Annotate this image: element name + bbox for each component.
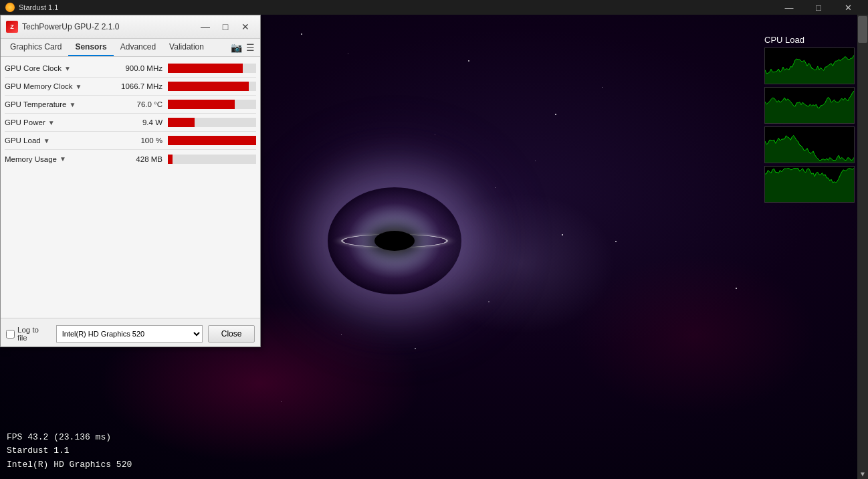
taskbar-title: Stardust 1.1 — [19, 3, 58, 11]
sensor-value: 1066.7 MHz — [115, 82, 165, 90]
table-row: GPU Power ▼ 9.4 W — [5, 114, 256, 132]
table-row: Memory Usage ▼ 428 MB — [5, 150, 256, 168]
gpuz-minimize-button[interactable]: — — [196, 19, 215, 34]
log-label-text: Log to file — [17, 326, 51, 342]
sensor-name: GPU Power — [5, 118, 45, 126]
cpu-graph-3 — [764, 126, 855, 163]
sensor-value: 100 % — [115, 136, 165, 145]
table-row: GPU Core Clock ▼ 900.0 MHz — [5, 60, 256, 78]
sensor-name: Memory Usage — [5, 155, 57, 163]
sensor-empty-space — [1, 171, 260, 318]
dropdown-icon[interactable]: ▼ — [76, 83, 82, 90]
sensor-bar-container — [168, 82, 256, 91]
sensor-label-gpu-power: GPU Power ▼ — [5, 118, 115, 126]
gpuz-win-controls: — □ ✕ — [196, 19, 255, 34]
sensor-bar-container — [168, 155, 256, 164]
maximize-button[interactable]: □ — [804, 0, 833, 15]
dropdown-icon[interactable]: ▼ — [64, 65, 71, 72]
dropdown-icon[interactable]: ▼ — [48, 119, 55, 126]
tab-advanced[interactable]: Advanced — [114, 39, 162, 56]
gpuz-window: Z TechPowerUp GPU-Z 2.1.0 — □ ✕ Graphics… — [0, 15, 261, 347]
sensor-label-memory-usage: Memory Usage ▼ — [5, 155, 115, 163]
scrollbar-thumb[interactable] — [858, 16, 867, 43]
dropdown-icon[interactable]: ▼ — [60, 155, 66, 163]
sensor-bar-container — [168, 118, 256, 127]
sensor-bar — [168, 155, 173, 164]
cpu-graph-4 — [764, 166, 855, 203]
sensor-name: GPU Load — [5, 136, 41, 145]
tab-validation[interactable]: Validation — [162, 39, 211, 56]
gpuz-title-left: Z TechPowerUp GPU-Z 2.1.0 — [6, 21, 119, 33]
blackhole — [321, 181, 468, 301]
sensor-bar — [168, 64, 243, 73]
sensor-value: 9.4 W — [115, 118, 165, 126]
gpu-select[interactable]: Intel(R) HD Graphics 520 — [56, 325, 203, 343]
tab-sensors[interactable]: Sensors — [68, 39, 113, 56]
gpuz-logo: Z — [6, 21, 18, 33]
sensor-name: GPU Core Clock — [5, 64, 62, 72]
gpuz-footer: Log to file Intel(R) HD Graphics 520 Clo… — [1, 318, 260, 347]
sensor-bar-container — [168, 136, 256, 145]
gpuz-close-button[interactable]: ✕ — [236, 19, 255, 34]
scrollbar[interactable]: ▼ — [857, 15, 868, 479]
taskbar-close-button[interactable]: ✕ — [833, 0, 863, 15]
close-button[interactable]: Close — [208, 325, 255, 343]
dropdown-icon[interactable]: ▼ — [43, 137, 50, 145]
table-row: GPU Temperature ▼ 76.0 °C — [5, 96, 256, 114]
sensor-table: GPU Core Clock ▼ 900.0 MHz GPU Memory Cl… — [1, 57, 260, 171]
sensor-bar — [168, 118, 195, 127]
gpuz-restore-button[interactable]: □ — [216, 19, 235, 34]
sensor-bar — [168, 136, 256, 145]
taskbar: Stardust 1.1 — □ ✕ — [0, 0, 868, 15]
log-to-file-label: Log to file — [6, 326, 51, 342]
camera-icon[interactable]: 📷 — [231, 42, 242, 53]
sensor-bar — [168, 82, 249, 91]
gpuz-titlebar: Z TechPowerUp GPU-Z 2.1.0 — □ ✕ — [1, 15, 260, 39]
sensor-name: GPU Temperature — [5, 100, 66, 108]
app-icon — [5, 3, 15, 12]
fps-line-1: FPS 43.2 (23.136 ms) — [7, 431, 132, 445]
cpu-graph-1 — [764, 47, 855, 84]
sensor-value: 76.0 °C — [115, 100, 165, 108]
sensor-bar-container — [168, 64, 256, 73]
scrollbar-down-arrow[interactable]: ▼ — [859, 470, 866, 478]
sensor-bar-container — [168, 100, 256, 109]
fps-line-3: Intel(R) HD Graphics 520 — [7, 458, 132, 472]
sensor-bar — [168, 100, 235, 109]
table-row: GPU Load ▼ 100 % — [5, 132, 256, 150]
fps-line-2: Stardust 1.1 — [7, 444, 132, 458]
sensor-label-gpu-load: GPU Load ▼ — [5, 136, 115, 145]
sensor-value: 428 MB — [115, 155, 165, 163]
tab-graphics-card[interactable]: Graphics Card — [3, 39, 68, 56]
gpuz-tabs: Graphics Card Sensors Advanced Validatio… — [1, 39, 260, 57]
fps-overlay: FPS 43.2 (23.136 ms) Stardust 1.1 Intel(… — [7, 431, 132, 472]
table-row: GPU Memory Clock ▼ 1066.7 MHz — [5, 78, 256, 96]
gpuz-title-text: TechPowerUp GPU-Z 2.1.0 — [22, 22, 119, 31]
cpu-overlay: CPU Load — [764, 35, 858, 205]
log-to-file-checkbox[interactable] — [6, 330, 15, 339]
sensor-label-gpu-memory-clock: GPU Memory Clock ▼ — [5, 82, 115, 90]
menu-icon[interactable]: ☰ — [246, 42, 255, 53]
taskbar-controls: — □ ✕ — [774, 0, 863, 15]
cpu-graph-2 — [764, 87, 855, 124]
dropdown-icon[interactable]: ▼ — [69, 101, 76, 108]
gpuz-tab-icons: 📷 ☰ — [231, 42, 257, 53]
sensor-name: GPU Memory Clock — [5, 82, 73, 90]
minimize-button[interactable]: — — [774, 0, 804, 15]
sensor-value: 900.0 MHz — [115, 64, 165, 72]
sensor-label-gpu-core-clock: GPU Core Clock ▼ — [5, 64, 115, 72]
cpu-label: CPU Load — [764, 35, 858, 45]
sensor-label-gpu-temperature: GPU Temperature ▼ — [5, 100, 115, 108]
